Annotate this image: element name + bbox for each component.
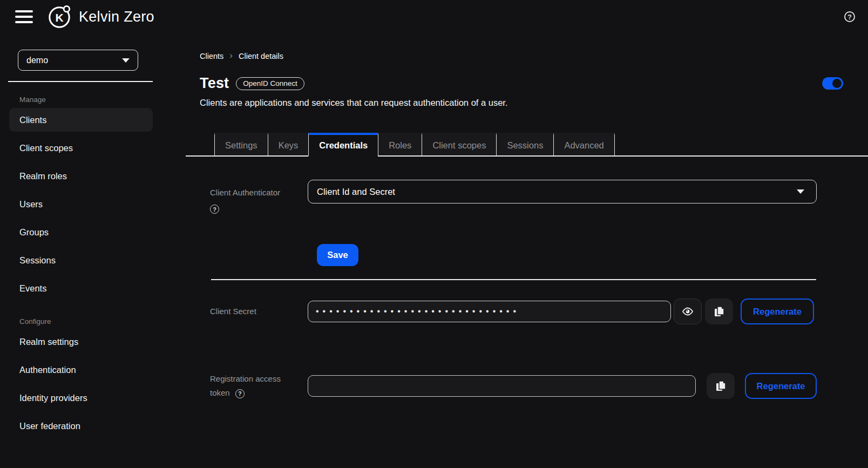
client-authenticator-label: Client Authenticator [210,186,308,200]
sidebar-item-client-scopes[interactable]: Client scopes [9,136,153,160]
sidebar: demo Manage Clients Client scopes Realm … [0,33,186,468]
sidebar-item-identity-providers[interactable]: Identity providers [9,386,153,410]
section-divider [211,279,816,280]
copy-secret-button[interactable] [705,299,733,324]
client-enabled-toggle[interactable] [822,77,843,90]
realm-selector[interactable]: demo [18,50,138,71]
registration-token-input[interactable] [308,375,696,397]
chevron-down-icon [122,58,130,63]
sidebar-item-sessions[interactable]: Sessions [9,248,153,272]
sidebar-item-realm-settings[interactable]: Realm settings [9,330,153,354]
brand-title: Kelvin Zero [79,9,154,25]
breadcrumb-current: Client details [239,52,283,60]
nav-section-configure: Configure [19,317,186,325]
copy-token-button[interactable] [707,373,735,399]
svg-text:K: K [55,11,64,24]
sidebar-item-user-federation[interactable]: User federation [9,414,153,438]
nav-section-manage: Manage [19,96,186,104]
topbar: K Kelvin Zero ? [0,0,868,33]
sidebar-divider [8,81,153,82]
eye-icon [681,305,694,318]
sidebar-item-authentication[interactable]: Authentication [9,358,153,382]
copy-icon [713,305,725,318]
toggle-knob [832,79,842,88]
client-secret-input[interactable] [308,301,671,322]
tab-credentials[interactable]: Credentials [308,133,378,157]
sidebar-item-groups[interactable]: Groups [9,220,153,244]
regenerate-token-button[interactable]: Regenerate [745,373,817,399]
tab-client-scopes[interactable]: Client scopes [422,133,496,157]
realm-selector-value: demo [26,56,48,65]
breadcrumb-chevron-icon: › [229,51,233,60]
tab-settings[interactable]: Settings [214,133,268,157]
tab-filler [186,133,214,157]
help-icon[interactable]: ? [844,11,855,22]
tab-bar: Settings Keys Credentials Roles Client s… [186,133,868,157]
client-authenticator-select[interactable]: Client Id and Secret [308,180,817,204]
sidebar-item-events[interactable]: Events [9,276,153,300]
breadcrumb: Clients › Client details [200,51,868,60]
tab-roles[interactable]: Roles [378,133,422,157]
kelvin-zero-logo-icon: K [47,4,72,29]
regenerate-secret-button[interactable]: Regenerate [741,299,814,324]
hamburger-menu-icon[interactable] [15,10,33,23]
registration-token-label-line1: Registration access [210,372,308,386]
main-content: Clients › Client details Test OpenID Con… [186,33,868,468]
chevron-down-icon [797,189,804,194]
page-title: Test [200,75,229,92]
sidebar-item-users[interactable]: Users [9,192,153,216]
tab-sessions[interactable]: Sessions [496,133,553,157]
tab-keys[interactable]: Keys [268,133,309,157]
page-description: Clients are applications and services th… [200,98,868,108]
save-button[interactable]: Save [317,244,358,266]
sidebar-item-realm-roles[interactable]: Realm roles [9,164,153,188]
credentials-form: Client Authenticator ? Client Id and Sec… [200,180,868,400]
client-authenticator-value: Client Id and Secret [317,187,395,197]
sidebar-item-clients[interactable]: Clients [9,108,153,132]
client-authenticator-help-icon[interactable]: ? [210,205,219,214]
copy-icon [714,379,727,392]
client-secret-label: Client Secret [210,304,308,318]
tab-advanced[interactable]: Advanced [553,133,614,157]
show-secret-button[interactable] [674,299,702,324]
protocol-badge: OpenID Connect [236,77,304,90]
tab-filler [615,133,868,157]
registration-token-help-icon[interactable]: ? [235,389,245,398]
registration-token-label-line2: token ? [210,386,308,400]
breadcrumb-clients-link[interactable]: Clients [200,52,223,60]
